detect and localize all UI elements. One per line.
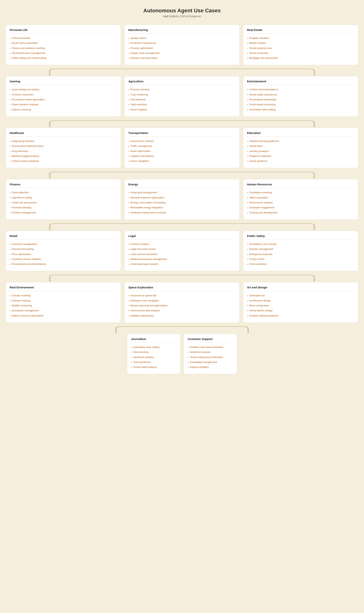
list-item: Social media monitoring: [247, 102, 354, 107]
list-item: Architectural design: [247, 298, 354, 303]
list-item: Virtual assistants: [10, 36, 117, 41]
list-item: Virtual nursing assistants: [10, 159, 117, 164]
list-item: Financial advising: [10, 205, 117, 210]
row-connector-4: [6, 275, 358, 282]
card-list-education: Adaptive learning platformsVirtual tutor…: [247, 139, 354, 164]
list-item: Intellectual property management: [128, 257, 236, 262]
bottom-grid: JournalismAutomated news writingFact-che…: [127, 334, 237, 374]
card-customer-support: Customer SupportChatbots and virtual ass…: [184, 334, 237, 374]
list-item: Learning analytics: [247, 149, 354, 154]
card-title-customer-support: Customer Support: [188, 337, 233, 343]
card-title-public-safety: Public Safety: [247, 234, 354, 240]
card-human-resources: Human ResourcesCandidate screeningTalent…: [243, 179, 358, 220]
card-title-human-resources: Human Resources: [247, 183, 354, 188]
list-item: Renewable energy integration: [128, 205, 236, 210]
list-item: Process optimization: [128, 46, 236, 51]
list-item: Talent acquisition: [247, 195, 354, 200]
list-item: Drone navigation: [128, 159, 236, 164]
list-item: Mortgage risk assessment: [247, 56, 354, 61]
card-title-journalism: Journalism: [131, 337, 176, 343]
list-item: Market analysis: [247, 41, 354, 46]
list-item: Traffic management: [128, 144, 236, 149]
card-title-education: Education: [247, 131, 354, 137]
card-title-finance: Finance: [10, 183, 117, 188]
card-finance: FinanceFraud detectionAlgorithmic tradin…: [6, 179, 121, 220]
list-item: Property valuation: [247, 36, 354, 41]
card-gaming: GamingGame design and testingAI-driven c…: [6, 76, 121, 117]
card-public-safety: Public SafetySurveillance and securityDi…: [243, 231, 358, 271]
list-item: Social media analysis: [131, 365, 176, 370]
card-energy: EnergySmart grid managementDemand respon…: [124, 179, 240, 220]
list-item: Sentiment analysis: [188, 350, 233, 355]
list-item: Procedural content generation: [10, 97, 117, 102]
grid-row-4: RetailInventory managementDemand forecas…: [6, 231, 358, 271]
list-item: Mission planning and optimization: [128, 303, 236, 308]
grid-row-2: HealthcareDiagnosing diseasesPersonalize…: [6, 128, 358, 168]
card-art-and-design: Art and DesignGenerative artArchitectura…: [243, 282, 358, 322]
page-subtitle: Matt Schlicht, CEO of Octane AI: [6, 15, 358, 18]
page-container: Autonomous Agent Use Cases Matt Schlicht…: [6, 8, 358, 374]
list-item: Wildlife monitoring: [10, 303, 117, 308]
page-header: Autonomous Agent Use Cases Matt Schlicht…: [6, 8, 358, 18]
card-list-journalism: Automated news writingFact-checkingSenti…: [131, 345, 176, 370]
row-connector-3: [6, 223, 358, 230]
card-list-real-environment: Climate modelingPollution trackingWildli…: [10, 293, 117, 318]
card-healthcare: HealthcareDiagnosing diseasesPersonalize…: [6, 128, 121, 168]
card-list-legal: Contract analysisLegal document reviewCa…: [128, 242, 236, 267]
list-item: Algorithmic trading: [10, 195, 117, 200]
list-item: Supply chain management: [128, 51, 236, 56]
grid-row-5: Real EnvironmentClimate modelingPollutio…: [6, 282, 358, 322]
card-real-environment: Real EnvironmentClimate modelingPollutio…: [6, 282, 121, 322]
list-item: Generative art: [247, 293, 354, 298]
card-list-entertainment: Content recommendationsVirtual reality e…: [247, 87, 354, 112]
card-list-energy: Smart grid managementDemand response opt…: [128, 190, 236, 215]
list-item: Crowd control: [247, 257, 354, 262]
list-item: Automated legal research: [128, 262, 236, 267]
card-education: EducationAdaptive learning platformsVirt…: [243, 128, 358, 168]
list-item: Demand forecasting: [10, 247, 117, 252]
card-title-legal: Legal: [128, 234, 236, 240]
card-title-real-environment: Real Environment: [10, 286, 117, 291]
list-item: Medical imaging analysis: [10, 154, 117, 159]
list-item: Personalized advertising: [247, 97, 354, 102]
card-legal: LegalContract analysisLegal document rev…: [124, 231, 240, 271]
list-item: Portfolio management: [10, 210, 117, 215]
list-item: Case outcome prediction: [128, 252, 236, 257]
card-list-art-and-design: Generative artArchitectural designMusic …: [247, 293, 354, 318]
card-agriculture: AgriculturePrecision farmingCrop monitor…: [124, 76, 240, 117]
card-list-space-exploration: Autonomous spacecraftPlanetary rover nav…: [128, 293, 236, 318]
card-personal-life: Personal LifeVirtual assistantsSmart hom…: [6, 25, 121, 65]
list-item: Automated news writing: [131, 345, 176, 350]
list-item: Energy consumption forecasting: [128, 200, 236, 205]
list-item: Ecosystem management: [10, 308, 117, 313]
card-journalism: JournalismAutomated news writingFact-che…: [127, 334, 180, 374]
card-title-manufacturing: Manufacturing: [128, 28, 236, 34]
list-item: Robotics and automation: [128, 56, 236, 61]
row-connector-0: [6, 68, 358, 76]
card-entertainment: EntertainmentContent recommendationsVirt…: [243, 76, 358, 117]
list-item: Quality control: [128, 36, 236, 41]
list-item: Employee engagement: [247, 205, 354, 210]
list-item: Smart grid management: [128, 190, 236, 195]
list-item: Virtual tutors: [247, 144, 354, 149]
bottom-row-container: JournalismAutomated news writingFact-che…: [6, 326, 358, 374]
card-list-healthcare: Diagnosing diseasesPersonalized treatmen…: [10, 139, 117, 164]
list-item: Surveillance and security: [247, 242, 354, 247]
list-item: Smart irrigation: [128, 107, 236, 112]
row-connector-2: [6, 172, 358, 179]
list-item: Tenant screening: [247, 51, 354, 56]
list-item: Support analytics: [188, 365, 233, 370]
list-item: Credit risk assessment: [10, 200, 117, 205]
card-title-healthcare: Healthcare: [10, 131, 117, 137]
list-item: Route optimization: [128, 149, 236, 154]
list-item: Smart home automation: [10, 41, 117, 46]
list-item: AI-driven characters: [10, 93, 117, 97]
main-content: Personal LifeVirtual assistantsSmart hom…: [6, 25, 358, 323]
list-item: Customer service chatbots: [10, 257, 117, 262]
card-list-personal-life: Virtual assistantsSmart home automationF…: [10, 36, 117, 61]
list-item: Game design and testing: [10, 87, 117, 92]
card-list-finance: Fraud detectionAlgorithmic tradingCredit…: [10, 190, 117, 215]
list-item: Virtual fashion design: [247, 308, 354, 313]
list-item: Astronomical data analysis: [128, 308, 236, 313]
list-item: Virtual property tours: [247, 46, 354, 51]
